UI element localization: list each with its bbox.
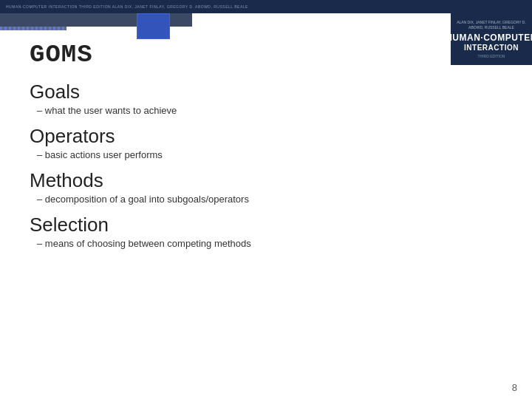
book-title: HUMAN·COMPUTER INTERACTION <box>446 33 532 52</box>
top-banner: HUMAN-COMPUTER INTERACTION THIRD EDITION… <box>0 0 532 13</box>
section-selection-heading: Selection <box>30 214 443 236</box>
section-operators-desc: – basic actions user performs <box>30 149 443 160</box>
section-goals-heading: Goals <box>30 81 443 103</box>
top-banner-text: HUMAN-COMPUTER INTERACTION THIRD EDITION… <box>0 4 248 9</box>
section-operators: Operators – basic actions user performs <box>30 125 443 160</box>
book-title-human: HUMAN·COMPUTER <box>446 33 532 43</box>
section-operators-heading: Operators <box>30 125 443 148</box>
book-authors: ALAN DIX, JANET FINLAY, GREGORY D. ABOWD… <box>457 20 526 30</box>
page-number: 8 <box>512 382 517 393</box>
book-edition: THIRD EDITION <box>478 54 505 58</box>
section-methods-heading: Methods <box>30 169 443 192</box>
book-title-interaction: INTERACTION <box>464 44 519 52</box>
main-content: GOMS Goals – what the user wants to achi… <box>30 41 443 377</box>
book-cover: ALAN DIX, JANET FINLAY, GREGORY D. ABOWD… <box>451 13 532 65</box>
section-goals: Goals – what the user wants to achieve <box>30 81 443 116</box>
section-methods: Methods – decomposition of a goal into s… <box>30 169 443 205</box>
pixel-box-decoration <box>137 13 170 39</box>
section-selection: Selection – means of choosing between co… <box>30 214 443 249</box>
section-selection-desc: – means of choosing between competing me… <box>30 238 443 249</box>
corner-pixel-inner <box>0 27 66 30</box>
slide: HUMAN-COMPUTER INTERACTION THIRD EDITION… <box>0 0 532 399</box>
section-methods-desc: – decomposition of a goal into subgoals/… <box>30 194 443 205</box>
slide-title: GOMS <box>30 41 443 69</box>
section-goals-desc: – what the user wants to achieve <box>30 105 443 116</box>
